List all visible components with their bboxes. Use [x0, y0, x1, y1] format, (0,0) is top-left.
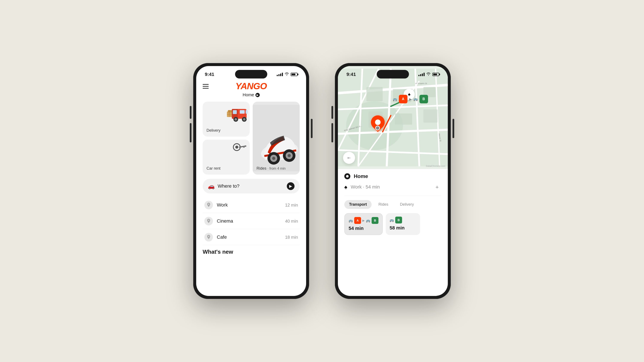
home-destination-row: Home — [344, 173, 441, 179]
map-area: 9:41 — [338, 66, 448, 169]
where-to-search[interactable]: 🚗 Where to? ▶ — [203, 179, 300, 193]
phone1-content: YANGO Home ▶ — [196, 79, 306, 259]
bus-icon-opt2: 🚌 — [390, 218, 394, 222]
bus-icon-opt1b: 🚌 — [366, 219, 370, 223]
phone-1-screen: 9:41 — [196, 66, 306, 296]
work-spade-icon: ♠ — [344, 184, 347, 190]
phone-1: 9:41 — [193, 63, 309, 299]
svg-rect-42 — [395, 113, 412, 125]
option-1-icons: 🚌 A ▶ 🚌 B — [348, 217, 378, 224]
volume-up-button-2 — [332, 106, 333, 119]
home-location-label[interactable]: Home ▶ — [203, 92, 300, 97]
stop-b-badge: B — [420, 95, 428, 103]
rides-sublabel: from 4 min — [270, 167, 286, 170]
svg-text:Al Suqeim St: Al Suqeim St — [415, 82, 427, 84]
cinema-label: Cinema — [217, 218, 281, 224]
location-item-cafe[interactable]: Cafe 18 min — [203, 230, 300, 245]
status-time-2: 9:41 — [346, 72, 356, 77]
left-buttons-2 — [332, 106, 333, 142]
dynamic-island-2 — [377, 70, 409, 78]
cinema-pin-icon — [204, 217, 213, 225]
svg-point-22 — [235, 146, 238, 149]
power-button-2 — [452, 119, 454, 138]
bus-icon-b: 🚌 — [414, 97, 418, 101]
car-key-icon — [232, 143, 248, 156]
cafe-pin-icon — [204, 233, 213, 242]
power-button — [311, 119, 312, 138]
signal-icon-2 — [418, 73, 424, 76]
rides-card[interactable]: Rides · from 4 min — [253, 102, 300, 175]
volume-down-button-2 — [332, 123, 333, 142]
tab-transport[interactable]: Transport — [344, 200, 372, 209]
rides-label: Rides · from 4 min — [256, 166, 286, 171]
svg-point-10 — [235, 118, 237, 120]
map-credit: DubaiChronicle.com — [426, 165, 445, 167]
arrow-opt1: ▶ — [362, 219, 365, 222]
wifi-icon-1 — [285, 72, 289, 76]
cafe-time: 18 min — [285, 235, 298, 240]
work-destination-row[interactable]: ♠ Work · 54 min + — [344, 183, 441, 196]
svg-point-12 — [243, 118, 245, 120]
work-time: 12 min — [285, 203, 298, 208]
search-car-icon: 🚗 — [208, 183, 215, 190]
phone1-header: YANGO — [203, 79, 300, 92]
map-back-button[interactable]: ← — [343, 152, 355, 164]
location-arrow-icon: ▶ — [256, 93, 260, 97]
tab-delivery[interactable]: Delivery — [395, 200, 418, 209]
dynamic-island-1 — [235, 70, 267, 78]
work-label: Work — [217, 202, 281, 208]
car-rent-label: Car rent — [206, 166, 220, 171]
right-button-2 — [452, 119, 454, 138]
battery-icon-2 — [432, 73, 439, 76]
menu-button[interactable] — [203, 84, 209, 89]
transport-option-1[interactable]: 🚌 A ▶ 🚌 B 54 min — [344, 213, 383, 235]
delivery-van-icon — [225, 104, 248, 123]
bus-icon-opt1a: 🚌 — [348, 219, 353, 223]
map-background: Al Suqeim St Hessa St King Salman Bin A.… — [338, 66, 448, 169]
status-time-1: 9:41 — [205, 72, 214, 77]
transport-option-2[interactable]: 🚌 B 58 min — [386, 213, 420, 235]
wifi-icon-2 — [426, 72, 430, 76]
tab-rides[interactable]: Rides — [374, 200, 393, 209]
rides-car-icon — [253, 102, 300, 175]
bottom-sheet: Home ♠ Work · 54 min + Transport Rides — [338, 169, 448, 239]
volume-down-button — [190, 123, 192, 142]
delivery-label: Delivery — [206, 128, 220, 133]
svg-rect-7 — [240, 110, 245, 114]
option-2-time: 58 min — [390, 225, 416, 231]
cinema-time: 40 min — [285, 219, 298, 224]
transit-route-stops: 🚌 A ▶ 🚌 B — [393, 95, 428, 103]
battery-icon-1 — [291, 73, 298, 76]
left-buttons — [190, 106, 192, 142]
home-destination-label: Home — [354, 173, 368, 179]
delivery-card[interactable]: Delivery — [203, 102, 250, 137]
svg-rect-38 — [366, 87, 383, 101]
phones-container: 9:41 — [193, 63, 451, 299]
yango-logo: YANGO — [236, 81, 267, 91]
location-list: Work 12 min Cinema 40 min — [203, 197, 300, 245]
whats-new-title: What's new — [203, 245, 300, 259]
phone-2-screen: 9:41 — [338, 66, 448, 296]
where-to-text: Where to? — [218, 183, 240, 189]
add-stop-button[interactable]: + — [433, 183, 441, 191]
search-arrow-icon: ▶ — [287, 182, 294, 190]
svg-rect-6 — [233, 110, 237, 114]
location-item-work[interactable]: Work 12 min — [203, 197, 300, 213]
transport-options-list: 🚌 A ▶ 🚌 B 54 min 🚌 B — [344, 213, 441, 235]
work-pin-icon — [204, 201, 213, 209]
svg-rect-43 — [423, 109, 438, 123]
services-grid: Delivery — [203, 102, 300, 175]
route-arrow-icon: ▶ — [409, 97, 412, 101]
stop-b-opt1: B — [372, 217, 378, 224]
home-dot-icon — [344, 173, 350, 179]
location-item-cinema[interactable]: Cinema 40 min — [203, 213, 300, 229]
option-2-icons: 🚌 B — [390, 217, 416, 223]
car-rent-card[interactable]: Car rent — [203, 140, 250, 175]
stop-a-opt1: A — [354, 217, 361, 224]
status-icons-2 — [418, 72, 439, 76]
bus-icon-a: 🚌 — [393, 97, 397, 101]
transport-tabs: Transport Rides Delivery — [344, 200, 441, 209]
phone-2: 9:41 — [335, 63, 451, 299]
cafe-label: Cafe — [217, 234, 281, 240]
work-duration-time: 54 min — [366, 184, 380, 190]
